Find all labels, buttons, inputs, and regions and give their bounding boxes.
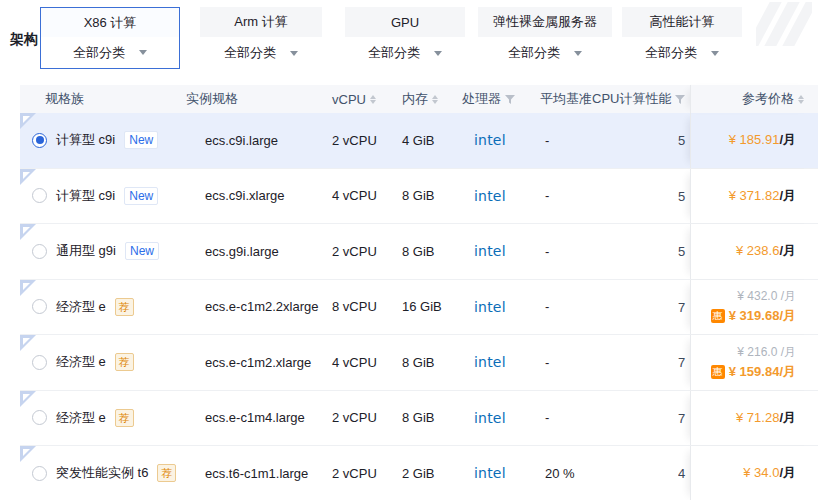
- promo-price-line: 惠 ¥ 159.84/月: [711, 363, 796, 381]
- family-cell: 计算型 c9i New: [20, 187, 186, 205]
- sort-icon[interactable]: [432, 95, 438, 104]
- architecture-tabs: X86 计算 全部分类 Arm 计算 全部分类 GPU 全部分类 弹性裸金属服务…: [40, 7, 742, 69]
- price-cell: ¥ 71.28/月: [690, 391, 818, 446]
- col-header-price: 参考价格: [690, 85, 818, 113]
- dropdown-value: 全部分类: [73, 44, 125, 62]
- chevron-down-icon: [434, 51, 442, 56]
- row-radio[interactable]: [32, 466, 47, 481]
- tab-hpc[interactable]: 高性能计算 全部分类: [622, 7, 742, 69]
- sort-icon[interactable]: [370, 95, 376, 104]
- tab-gpu-category-dropdown[interactable]: 全部分类: [345, 37, 465, 69]
- tab-baremetal-title[interactable]: 弹性裸金属服务器: [478, 7, 612, 37]
- vcpu-cell: 4 vCPU: [332, 188, 402, 203]
- clipped-column-value: 4: [678, 466, 686, 481]
- table-row[interactable]: 突发性能实例 t6 荐 ecs.t6-c1m1.large 2 vCPU 2 G…: [20, 446, 818, 500]
- recommend-badge: 荐: [157, 464, 176, 482]
- table-row[interactable]: 经济型 e 荐 ecs.e-c1m4.large 2 vCPU 8 GiB in…: [20, 391, 818, 447]
- clipped-column-value: 5: [678, 244, 686, 259]
- price-cell: ¥ 432.0 /月 惠 ¥ 319.68/月: [690, 280, 818, 335]
- vcpu-cell: 2 vCPU: [332, 410, 402, 425]
- tab-x86-title[interactable]: X86 计算: [41, 8, 179, 37]
- price-cell: ¥ 216.0 /月 惠 ¥ 159.84/月: [690, 335, 818, 390]
- tab-x86[interactable]: X86 计算 全部分类: [40, 7, 180, 69]
- chevron-down-icon: [139, 50, 147, 55]
- table-row[interactable]: 经济型 e 荐 ecs.e-c1m2.xlarge 4 vCPU 8 GiB i…: [20, 335, 818, 391]
- processor-cell: intel: [462, 243, 540, 259]
- family-cell: 突发性能实例 t6 荐: [20, 464, 186, 482]
- tab-baremetal-category-dropdown[interactable]: 全部分类: [478, 37, 612, 69]
- new-badge: New: [125, 242, 159, 260]
- clipped-column-value: 7: [678, 355, 686, 370]
- intel-logo: intel: [474, 465, 506, 481]
- tab-hpc-title[interactable]: 高性能计算: [622, 7, 742, 37]
- row-radio[interactable]: [32, 410, 47, 425]
- filter-icon[interactable]: [505, 95, 515, 104]
- instance-table: 规格族 实例规格 vCPU 内存 处理器 平均基准CPU计算性能 参考价格: [20, 85, 818, 500]
- col-header-memory: 内存: [402, 90, 462, 108]
- tab-x86-category-dropdown[interactable]: 全部分类: [41, 37, 179, 68]
- tab-baremetal[interactable]: 弹性裸金属服务器 全部分类: [478, 7, 612, 69]
- table-row[interactable]: 计算型 c9i New ecs.c9i.xlarge 4 vCPU 8 GiB …: [20, 169, 818, 225]
- table-row[interactable]: 通用型 g9i New ecs.g9i.large 2 vCPU 8 GiB i…: [20, 224, 818, 280]
- processor-cell: intel: [462, 188, 540, 204]
- row-radio[interactable]: [32, 188, 47, 203]
- table-row[interactable]: 经济型 e 荐 ecs.e-c1m2.2xlarge 8 vCPU 16 GiB…: [20, 280, 818, 336]
- recommend-badge: 荐: [115, 298, 134, 316]
- tab-arm-category-dropdown[interactable]: 全部分类: [200, 37, 322, 69]
- new-badge: New: [124, 131, 158, 149]
- performance-cell: 20 %: [540, 466, 690, 481]
- dropdown-value: 全部分类: [645, 44, 697, 62]
- chevron-down-icon: [574, 51, 582, 56]
- row-radio[interactable]: [32, 299, 47, 314]
- vcpu-cell: 4 vCPU: [332, 355, 402, 370]
- filter-icon[interactable]: [675, 95, 685, 104]
- table-body: 计算型 c9i New ecs.c9i.large 2 vCPU 4 GiB i…: [20, 113, 818, 500]
- sort-icon[interactable]: [798, 95, 804, 104]
- row-radio[interactable]: [32, 355, 47, 370]
- family-cell: 经济型 e 荐: [20, 298, 186, 316]
- memory-cell: 8 GiB: [402, 188, 462, 203]
- new-badge: New: [124, 187, 158, 205]
- family-cell: 计算型 c9i New: [20, 131, 186, 149]
- tab-hpc-category-dropdown[interactable]: 全部分类: [622, 37, 742, 69]
- table-row[interactable]: 计算型 c9i New ecs.c9i.large 2 vCPU 4 GiB i…: [20, 113, 818, 169]
- col-header-family: 规格族: [20, 90, 186, 108]
- processor-cell: intel: [462, 465, 540, 481]
- performance-cell: -: [540, 244, 690, 259]
- spec-cell: ecs.e-c1m2.2xlarge: [186, 299, 332, 314]
- spec-cell: ecs.g9i.large: [186, 244, 332, 259]
- price-cell: ¥ 185.91/月: [690, 113, 818, 168]
- chevron-down-icon: [290, 51, 298, 56]
- family-cell: 经济型 e 荐: [20, 409, 186, 427]
- clipped-column-value: 5: [678, 188, 686, 203]
- original-price: ¥ 216.0 /月: [737, 344, 796, 361]
- memory-cell: 2 GiB: [402, 466, 462, 481]
- intel-logo: intel: [474, 410, 506, 426]
- performance-cell: -: [540, 410, 690, 425]
- tab-gpu-title[interactable]: GPU: [345, 7, 465, 37]
- processor-cell: intel: [462, 132, 540, 148]
- vcpu-cell: 2 vCPU: [332, 133, 402, 148]
- vcpu-cell: 2 vCPU: [332, 244, 402, 259]
- spec-cell: ecs.c9i.xlarge: [186, 188, 332, 203]
- tab-arm[interactable]: Arm 计算 全部分类: [200, 7, 322, 69]
- intel-logo: intel: [474, 132, 506, 148]
- memory-cell: 16 GiB: [402, 299, 462, 314]
- col-header-performance: 平均基准CPU计算性能: [540, 90, 690, 108]
- row-radio[interactable]: [32, 244, 47, 259]
- intel-logo: intel: [474, 188, 506, 204]
- table-header-row: 规格族 实例规格 vCPU 内存 处理器 平均基准CPU计算性能 参考价格: [20, 85, 818, 113]
- tab-gpu[interactable]: GPU 全部分类: [345, 7, 465, 69]
- intel-logo: intel: [474, 243, 506, 259]
- promo-price-line: 惠 ¥ 319.68/月: [711, 307, 796, 325]
- dropdown-value: 全部分类: [508, 44, 560, 62]
- spec-cell: ecs.t6-c1m1.large: [186, 466, 332, 481]
- price-cell: ¥ 34.0/月: [690, 446, 818, 500]
- row-radio[interactable]: [32, 133, 47, 148]
- vcpu-cell: 2 vCPU: [332, 466, 402, 481]
- spec-cell: ecs.c9i.large: [186, 133, 332, 148]
- instance-picker-screen: 架构 X86 计算 全部分类 Arm 计算 全部分类 GPU 全部分类 弹性裸金…: [0, 0, 818, 500]
- memory-cell: 4 GiB: [402, 133, 462, 148]
- col-header-processor: 处理器: [462, 90, 540, 108]
- tab-arm-title[interactable]: Arm 计算: [200, 7, 322, 37]
